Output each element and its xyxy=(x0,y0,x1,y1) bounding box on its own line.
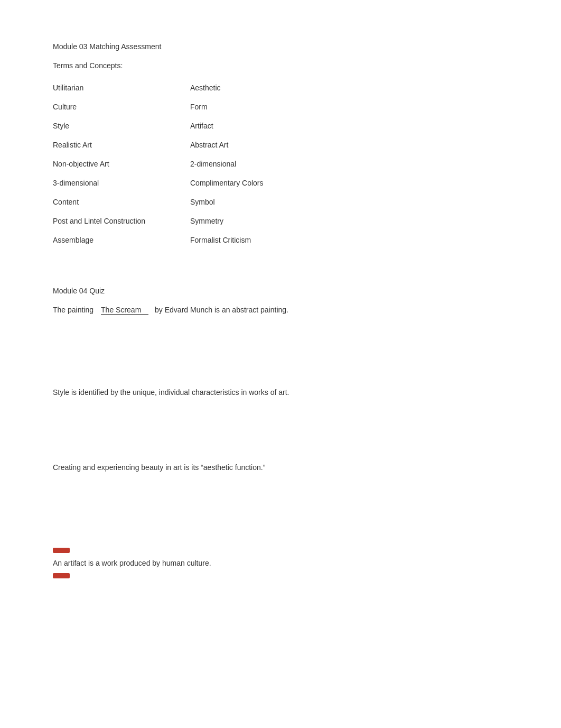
list-item: Symmetry xyxy=(190,211,328,231)
tf2-text: Style is identified by the unique, indiv… xyxy=(53,386,349,398)
list-item: Assemblage xyxy=(53,231,190,250)
tf4-indicator-bottom xyxy=(53,573,70,578)
tf3-text: Creating and experiencing beauty in art … xyxy=(53,462,349,473)
list-item: 3-dimensional xyxy=(53,173,190,192)
module03-section: Module 03 Matching Assessment Terms and … xyxy=(53,42,370,250)
tf-question-2: Style is identified by the unique, indiv… xyxy=(53,386,370,398)
quiz-question-1: The painting The Scream by Edvard Munch … xyxy=(53,306,370,315)
tf-question-3: Creating and experiencing beauty in art … xyxy=(53,462,370,473)
list-item: Style xyxy=(53,116,190,135)
tf4-text: An artifact is a work produced by human … xyxy=(53,557,349,569)
spacer4 xyxy=(53,505,370,548)
list-item: Symbol xyxy=(190,192,328,211)
spacer2 xyxy=(53,323,370,386)
module04-section: Module 04 Quiz The painting The Scream b… xyxy=(53,287,370,578)
list-item: Aesthetic xyxy=(190,78,328,97)
page-container: Module 03 Matching Assessment Terms and … xyxy=(0,0,423,652)
q1-suffix: by Edvard Munch is an abstract painting. xyxy=(155,306,288,314)
list-item: Complimentary Colors xyxy=(190,173,328,192)
list-item: Utilitarian xyxy=(53,78,190,97)
terms-grid: Utilitarian Aesthetic Culture Form Style… xyxy=(53,78,370,250)
tf-block: Style is identified by the unique, indiv… xyxy=(53,386,370,578)
terms-label: Terms and Concepts: xyxy=(53,61,370,70)
spacer3 xyxy=(53,430,370,462)
list-item: Form xyxy=(190,97,328,116)
spacer xyxy=(53,271,370,287)
list-item: Post and Lintel Construction xyxy=(53,211,190,231)
list-item: Culture xyxy=(53,97,190,116)
tf4-indicator xyxy=(53,548,70,553)
q1-blank: The Scream xyxy=(101,306,148,315)
list-item: Non-objective Art xyxy=(53,154,190,173)
list-item: Content xyxy=(53,192,190,211)
module03-title: Module 03 Matching Assessment xyxy=(53,42,370,51)
tf-question-4: An artifact is a work produced by human … xyxy=(53,548,370,578)
list-item: Artifact xyxy=(190,116,328,135)
list-item: Formalist Criticism xyxy=(190,231,328,250)
list-item: 2-dimensional xyxy=(190,154,328,173)
list-item: Realistic Art xyxy=(53,135,190,154)
list-item: Abstract Art xyxy=(190,135,328,154)
q1-prefix: The painting xyxy=(53,306,94,314)
module04-title: Module 04 Quiz xyxy=(53,287,370,295)
